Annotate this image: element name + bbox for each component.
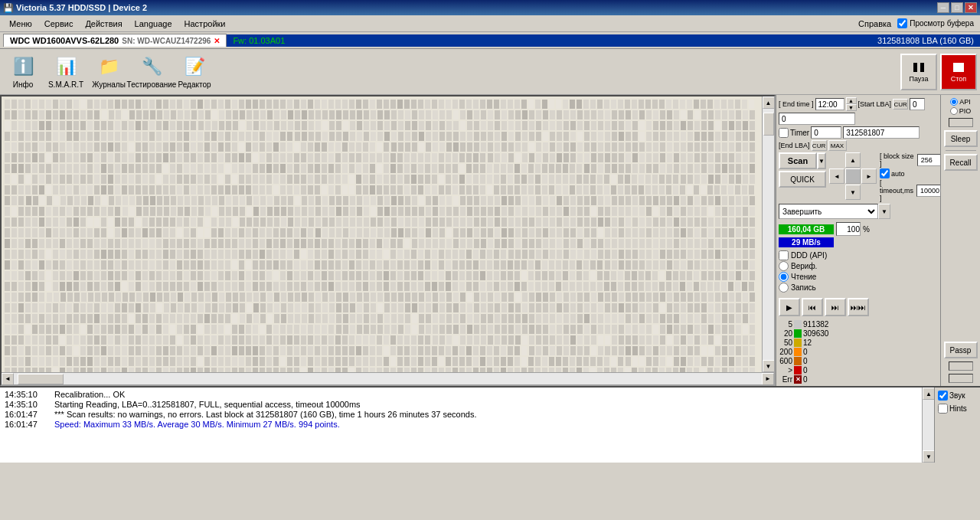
radio-api[interactable] [950, 98, 958, 106]
map-cell [156, 335, 162, 345]
hints-checkbox[interactable] [938, 404, 948, 414]
menu-item-actions[interactable]: Действия [79, 18, 128, 30]
map-cell [632, 132, 638, 141]
dir-center-btn[interactable] [845, 168, 861, 184]
auto-checkbox[interactable] [880, 168, 890, 178]
scroll-thumb[interactable] [763, 113, 774, 136]
map-cell [129, 132, 134, 141]
quick-button[interactable]: QUICK [779, 171, 826, 188]
map-cell [294, 260, 299, 270]
radio-write[interactable] [779, 283, 789, 293]
toolbar-smart-button[interactable]: 📊 S.M.A.R.T [46, 52, 86, 92]
vertical-scrollbar[interactable]: ▲ ▼ [762, 96, 774, 372]
finish-dropdown-arrow[interactable]: ▼ [878, 204, 890, 219]
map-cell [115, 325, 120, 334]
recall-button[interactable]: Recall [944, 154, 978, 171]
maximize-button[interactable]: □ [951, 2, 963, 13]
finish-action-select[interactable]: Завершить Выключить Перезагрузить [779, 204, 878, 219]
radio-pio[interactable] [950, 107, 958, 115]
end-time-input[interactable] [815, 98, 844, 110]
pause-button[interactable]: Пауза [900, 54, 937, 90]
horizontal-scrollbar[interactable]: ◄ ► [2, 372, 774, 384]
toolbar-journals-button[interactable]: 📁 Журналы [89, 52, 129, 92]
log-scroll-down[interactable]: ▼ [923, 450, 935, 463]
device-tab-close[interactable]: ✕ [214, 37, 220, 45]
end-lba-value-input[interactable] [843, 126, 920, 139]
map-cell [101, 217, 106, 227]
block-size-select[interactable]: 256 512 1024 [917, 154, 940, 166]
map-cell [384, 196, 390, 205]
map-cell [564, 239, 569, 248]
hscroll-track[interactable] [14, 373, 762, 385]
radio-read[interactable] [779, 272, 789, 282]
log-scroll-track[interactable] [923, 400, 934, 450]
scroll-left-arrow[interactable]: ◄ [2, 373, 14, 385]
toolbar-test-button[interactable]: 🔧 Тестирование [132, 52, 172, 92]
percent-input[interactable] [836, 222, 861, 236]
timeout-select[interactable]: 10000 5000 30000 [916, 185, 940, 197]
map-cell [729, 303, 734, 312]
map-cell [53, 121, 58, 130]
map-cell [488, 335, 493, 345]
scroll-right-arrow[interactable]: ► [762, 373, 774, 385]
map-cell [11, 282, 17, 291]
scroll-track[interactable] [763, 109, 775, 360]
map-cell [335, 153, 341, 162]
scroll-up-arrow[interactable]: ▲ [763, 96, 775, 109]
device-tab[interactable]: WDC WD1600AVVS-62L280 SN: WD-WCAUZ147229… [3, 34, 227, 47]
lba-input-box[interactable] [910, 98, 925, 110]
toolbar-info-button[interactable]: ℹ️ Инфо [3, 52, 43, 92]
menu-item-help[interactable]: Справка [852, 18, 897, 30]
map-cell [328, 357, 334, 366]
scan-button[interactable]: Scan [779, 152, 817, 169]
map-cell [18, 346, 24, 355]
hscroll-thumb[interactable] [18, 374, 64, 384]
log-scroll-up[interactable]: ▲ [923, 388, 935, 400]
map-cell [550, 250, 555, 259]
sleep-button[interactable]: Sleep [944, 130, 978, 147]
map-cell [543, 314, 548, 323]
map-cell [412, 207, 417, 216]
stop-button[interactable]: Стоп [940, 54, 977, 90]
dir-down-btn[interactable]: ▼ [845, 185, 861, 200]
timer-input[interactable] [811, 126, 841, 139]
sound-checkbox[interactable] [938, 391, 948, 401]
menu-item-menu[interactable]: Меню [3, 18, 38, 30]
max-btn[interactable]: MAX [828, 140, 847, 151]
timer-checkbox[interactable] [779, 128, 789, 138]
ddd-api-checkbox[interactable] [779, 250, 789, 260]
close-button[interactable]: ✕ [965, 2, 977, 13]
map-cell [694, 303, 700, 312]
prev-button[interactable]: ⏮ [802, 298, 823, 316]
map-cell [736, 357, 741, 366]
dir-up-btn[interactable]: ▲ [845, 152, 861, 168]
menu-item-service[interactable]: Сервис [38, 18, 80, 30]
map-cell [598, 228, 603, 237]
play-button[interactable]: ▶ [779, 298, 800, 316]
map-cell [501, 368, 506, 372]
dir-left-btn[interactable]: ◄ [829, 168, 844, 184]
last-button[interactable]: ⏭⏭ [848, 298, 869, 316]
buffer-view-checkbox[interactable] [897, 18, 907, 28]
radio-verify[interactable] [779, 261, 789, 271]
passp-button[interactable]: Passp [944, 342, 978, 358]
time-down-btn[interactable]: ▼ [846, 104, 857, 111]
time-up-btn[interactable]: ▲ [846, 97, 857, 104]
cur-btn-2[interactable]: CUR [812, 140, 827, 151]
cur-btn-1[interactable]: CUR [893, 99, 908, 110]
playback-controls: ▶ ⏮ ⏭ ⏭⏭ [779, 298, 938, 316]
time-spinner[interactable]: ▲ ▼ [846, 97, 857, 111]
map-cell [315, 357, 320, 366]
start-lba-value-input[interactable] [779, 113, 855, 125]
next-step-button[interactable]: ⏭ [825, 298, 846, 316]
log-scrollbar[interactable]: ▲ ▼ [922, 388, 934, 463]
minimize-button[interactable]: ─ [937, 2, 949, 13]
dir-right-btn[interactable]: ► [861, 168, 877, 184]
menu-item-language[interactable]: Language [129, 18, 178, 30]
scan-dropdown[interactable]: ▼ [817, 152, 826, 169]
map-cell [232, 260, 237, 270]
toolbar-editor-button[interactable]: 📝 Редактор [175, 52, 214, 92]
menu-item-settings[interactable]: Настройки [178, 18, 232, 30]
scroll-down-arrow[interactable]: ▼ [763, 360, 775, 372]
map-cell [467, 325, 472, 334]
